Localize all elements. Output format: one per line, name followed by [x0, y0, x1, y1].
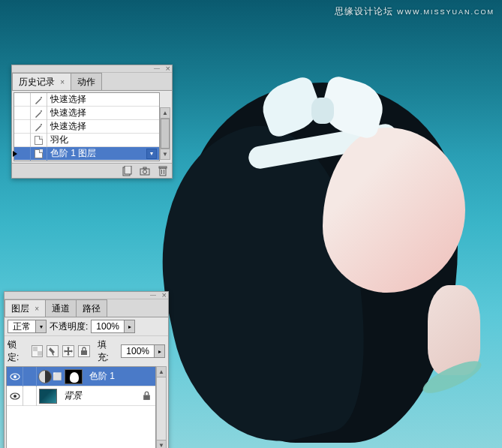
svg-point-16 — [14, 375, 17, 378]
tab-close-icon[interactable]: × — [60, 78, 65, 86]
document-icon — [35, 149, 43, 158]
close-icon[interactable]: × — [162, 290, 167, 299]
history-item[interactable]: 快速选择 — [14, 107, 159, 120]
svg-rect-12 — [33, 347, 38, 351]
svg-rect-8 — [160, 168, 166, 176]
opacity-value: 100% — [92, 321, 124, 332]
history-item[interactable]: 羽化 — [14, 134, 159, 147]
svg-point-1 — [41, 110, 42, 112]
lock-icon — [143, 391, 151, 401]
layer-mask-thumbnail[interactable] — [65, 369, 83, 384]
eye-icon — [10, 373, 20, 380]
layer-list: ⬜ 色阶 1 背景 — [6, 366, 156, 448]
chevron-down-icon: ▾ — [35, 320, 46, 332]
layers-panel[interactable]: — × 图层 × 通道 路径 正常 ▾ 不透明度: 100% ▸ 锁定: — [4, 291, 169, 448]
photo-subject — [150, 83, 502, 443]
watermark-text: 思缘设计论坛 — [335, 6, 393, 17]
scroll-up-icon[interactable]: ▲ — [161, 108, 170, 119]
scroll-down-icon[interactable]: ▼ — [161, 149, 170, 159]
svg-rect-19 — [143, 395, 150, 400]
blend-mode-select[interactable]: 正常 ▾ — [8, 320, 47, 333]
visibility-toggle[interactable] — [7, 386, 23, 406]
panel-titlebar[interactable]: — × — [12, 65, 172, 73]
lock-pixels-button[interactable] — [47, 345, 59, 357]
scrollbar[interactable]: ▲ ▼ — [156, 366, 167, 448]
tab-history[interactable]: 历史记录 × — [12, 73, 71, 90]
tab-actions[interactable]: 动作 — [71, 73, 102, 90]
panel-titlebar[interactable]: — × — [5, 292, 168, 299]
visibility-toggle[interactable] — [7, 367, 23, 386]
history-footer — [12, 163, 172, 178]
tab-paths[interactable]: 路径 — [76, 299, 107, 317]
delete-state-button[interactable] — [154, 164, 172, 178]
svg-point-0 — [41, 97, 42, 98]
tab-label: 路径 — [83, 303, 101, 314]
opacity-label: 不透明度: — [50, 320, 88, 333]
history-item[interactable]: 快速选择 — [14, 120, 159, 134]
quick-select-icon — [35, 95, 44, 104]
chevron-right-icon: ▸ — [124, 320, 134, 332]
tab-label: 历史记录 — [19, 77, 55, 87]
scroll-up-icon[interactable]: ▲ — [157, 367, 166, 377]
new-document-from-state-button[interactable] — [118, 164, 136, 178]
scrollbar[interactable]: ▲ ▼ — [160, 107, 170, 160]
history-dropdown-icon[interactable]: ▾ — [146, 149, 157, 159]
minimize-icon[interactable]: — — [150, 291, 156, 298]
lock-label: 锁定: — [8, 338, 28, 364]
history-item-label: 快速选择 — [47, 93, 159, 106]
layer-name: 色阶 1 — [85, 370, 115, 383]
levels-adjustment-icon — [38, 370, 52, 383]
layers-tabs: 图层 × 通道 路径 — [5, 299, 168, 317]
lock-position-button[interactable] — [62, 345, 74, 357]
watermark: 思缘设计论坛 WWW.MISSYUAN.COM — [335, 5, 494, 18]
layer-options-row: 正常 ▾ 不透明度: 100% ▸ — [5, 317, 168, 335]
link-icon: ⬜ — [53, 372, 61, 380]
tab-layers[interactable]: 图层 × — [5, 299, 46, 317]
quick-select-icon — [35, 122, 44, 131]
history-tabs: 历史记录 × 动作 — [12, 73, 172, 91]
svg-point-18 — [14, 395, 17, 398]
history-item-label: 色阶 1 图层 — [47, 147, 146, 160]
tab-label: 通道 — [52, 303, 70, 314]
svg-rect-13 — [38, 351, 42, 356]
chevron-right-icon: ▸ — [154, 345, 164, 357]
svg-point-2 — [41, 124, 42, 125]
history-item[interactable]: 快速选择 — [14, 93, 159, 107]
svg-rect-6 — [143, 167, 146, 169]
svg-rect-4 — [125, 166, 131, 174]
blend-mode-value: 正常 — [8, 320, 35, 333]
fill-input[interactable]: 100% ▸ — [121, 344, 165, 358]
document-icon — [35, 136, 43, 145]
tab-label: 图层 — [11, 303, 29, 314]
close-icon[interactable]: × — [166, 64, 170, 73]
layer-row-selected[interactable]: ⬜ 色阶 1 — [7, 367, 155, 386]
svg-point-7 — [143, 170, 147, 173]
fill-label: 填充: — [98, 338, 118, 364]
lock-transparent-button[interactable] — [32, 345, 44, 357]
history-list: 快速选择 快速选择 快速选择 羽化 色阶 1 图层 — [14, 92, 160, 161]
layer-row[interactable]: 背景 — [7, 386, 155, 406]
tab-close-icon[interactable]: × — [35, 305, 39, 313]
opacity-input[interactable]: 100% ▸ — [91, 320, 135, 333]
layer-thumbnail[interactable] — [39, 389, 57, 404]
lock-all-button[interactable] — [78, 345, 90, 357]
history-item-label: 羽化 — [47, 134, 159, 146]
fill-value: 100% — [122, 346, 154, 356]
layer-name: 背景 — [59, 389, 82, 402]
history-item-label: 快速选择 — [47, 120, 159, 133]
watermark-url: WWW.MISSYUAN.COM — [397, 8, 494, 16]
history-item-selected[interactable]: 色阶 1 图层 ▾ — [14, 147, 159, 161]
scroll-down-icon[interactable]: ▼ — [157, 440, 166, 448]
tab-channels[interactable]: 通道 — [45, 299, 77, 317]
lock-row: 锁定: 填充: 100% ▸ — [5, 335, 168, 366]
history-panel[interactable]: — × 历史记录 × 动作 快速选择 快速选择 快速选择 — [11, 65, 173, 179]
eye-icon — [10, 392, 20, 400]
new-snapshot-button[interactable] — [136, 164, 154, 178]
minimize-icon[interactable]: — — [154, 65, 160, 71]
quick-select-icon — [35, 109, 44, 118]
svg-rect-9 — [159, 167, 167, 168]
tab-label: 动作 — [77, 77, 95, 87]
history-item-label: 快速选择 — [47, 107, 159, 119]
scroll-thumb[interactable] — [161, 119, 170, 149]
svg-rect-14 — [81, 350, 87, 355]
